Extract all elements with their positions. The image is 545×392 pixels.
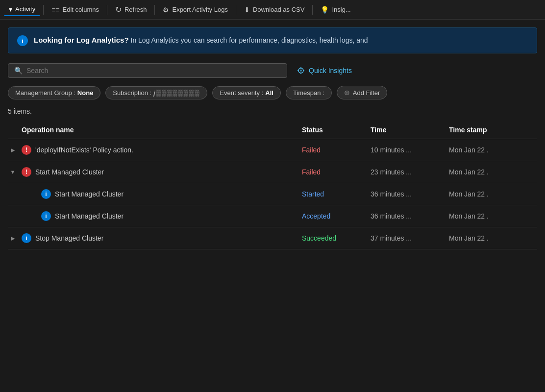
toolbar-refresh[interactable]: ↻ Refresh — [110, 3, 152, 16]
status-cell: Succeeded — [302, 234, 371, 242]
filter-row: Management Group : None Subscription : j… — [0, 84, 545, 105]
toolbar-edit-columns[interactable]: ≡≡ Edit columns — [47, 4, 104, 16]
filter-timespan[interactable]: Timespan : — [286, 86, 332, 99]
status-cell: Failed — [302, 168, 371, 176]
activity-table: Operation name Status Time Time stamp ▶ … — [0, 121, 545, 249]
search-input[interactable] — [26, 67, 281, 74]
timestamp-cell: Mon Jan 22 . — [449, 234, 537, 242]
time-cell: 36 minutes ... — [371, 212, 449, 220]
col-header-status: Status — [302, 126, 371, 134]
expand-icon[interactable]: ▶ — [8, 233, 18, 243]
operation-name: Start Managed Cluster — [55, 190, 124, 198]
timestamp-cell: Mon Jan 22 . — [449, 146, 537, 154]
col-header-operation: Operation name — [22, 126, 302, 134]
banner-text: Looking for Log Analytics? In Log Analyt… — [34, 35, 368, 46]
row-name-cell: i Start Managed Cluster — [8, 211, 302, 221]
time-cell: 10 minutes ... — [371, 146, 449, 154]
add-filter-icon: ⊕ — [344, 89, 350, 97]
row-name-cell: ▶ ! 'deployIfNotExists' Policy action. — [8, 145, 302, 155]
table-row[interactable]: ▼ ! Start Managed Cluster Failed 23 minu… — [8, 161, 537, 183]
table-row[interactable]: ▶ i Stop Managed Cluster Succeeded 37 mi… — [8, 227, 537, 249]
toolbar-export-logs[interactable]: ⚙ Export Activity Logs — [158, 4, 232, 16]
status-cell: Failed — [302, 146, 371, 154]
severity-error-icon: ! — [22, 145, 31, 155]
add-filter-button[interactable]: ⊕ Add Filter — [337, 86, 388, 99]
operation-name: Start Managed Cluster — [35, 168, 104, 176]
toolbar-sep-4 — [236, 5, 236, 15]
table-header: Operation name Status Time Time stamp — [8, 121, 537, 139]
items-count: 5 items. — [0, 105, 545, 121]
toolbar-sep-2 — [107, 5, 107, 15]
columns-icon: ≡≡ — [51, 6, 59, 14]
refresh-icon: ↻ — [115, 5, 122, 14]
operation-name: Stop Managed Cluster — [35, 234, 103, 242]
toolbar-sep-1 — [43, 5, 44, 15]
status-cell: Accepted — [302, 212, 371, 220]
severity-info-icon: i — [22, 233, 31, 243]
filter-subscription[interactable]: Subscription : j▒▒▒▒▒▒▒▒ — [105, 86, 207, 99]
operation-name: Start Managed Cluster — [55, 212, 124, 220]
filter-event-severity[interactable]: Event severity : All — [212, 86, 281, 99]
filter-management-group[interactable]: Management Group : None — [8, 86, 100, 99]
table-row[interactable]: ▶ ! 'deployIfNotExists' Policy action. F… — [8, 139, 537, 161]
expand-placeholder — [27, 189, 37, 199]
toolbar-insights[interactable]: 💡 Insig... — [316, 4, 355, 16]
quick-insights-button[interactable]: Quick Insights — [297, 67, 352, 74]
search-row: 🔍 Quick Insights — [0, 53, 545, 84]
expand-placeholder — [27, 211, 37, 221]
status-cell: Started — [302, 190, 371, 198]
row-name-cell: ▼ ! Start Managed Cluster — [8, 167, 302, 177]
col-header-timestamp: Time stamp — [449, 126, 537, 134]
search-box[interactable]: 🔍 — [8, 63, 287, 78]
search-icon: 🔍 — [14, 67, 23, 74]
row-name-cell: i Start Managed Cluster — [8, 189, 302, 199]
quick-insights-icon — [297, 67, 305, 74]
timestamp-cell: Mon Jan 22 . — [449, 212, 537, 220]
download-icon: ⬇ — [244, 6, 250, 14]
severity-info-icon: i — [41, 189, 51, 199]
operation-name: 'deployIfNotExists' Policy action. — [35, 146, 133, 154]
log-analytics-banner: i Looking for Log Analytics? In Log Anal… — [8, 27, 537, 53]
time-cell: 23 minutes ... — [371, 168, 449, 176]
toolbar-sep-3 — [154, 5, 155, 15]
table-row[interactable]: i Start Managed Cluster Accepted 36 minu… — [8, 205, 537, 227]
collapse-icon[interactable]: ▼ — [8, 167, 18, 177]
timestamp-cell: Mon Jan 22 . — [449, 190, 537, 198]
svg-point-1 — [300, 70, 302, 72]
toolbar-sep-5 — [312, 5, 313, 15]
toolbar-download-csv[interactable]: ⬇ Download as CSV — [239, 4, 310, 16]
table-row[interactable]: i Start Managed Cluster Started 36 minut… — [8, 183, 537, 205]
timestamp-cell: Mon Jan 22 . — [449, 168, 537, 176]
chevron-down-icon: ▾ — [9, 5, 12, 13]
expand-icon[interactable]: ▶ — [8, 145, 18, 155]
time-cell: 36 minutes ... — [371, 190, 449, 198]
row-name-cell: ▶ i Stop Managed Cluster — [8, 233, 302, 243]
gear-icon: ⚙ — [163, 6, 169, 14]
info-icon: i — [17, 35, 28, 46]
toolbar-activity[interactable]: ▾ Activity — [4, 3, 40, 16]
lightbulb-icon: 💡 — [321, 6, 329, 14]
toolbar: ▾ Activity ≡≡ Edit columns ↻ Refresh ⚙ E… — [0, 0, 545, 20]
col-header-time: Time — [371, 126, 449, 134]
time-cell: 37 minutes ... — [371, 234, 449, 242]
severity-info-icon: i — [41, 211, 51, 221]
severity-error-icon: ! — [22, 167, 31, 177]
